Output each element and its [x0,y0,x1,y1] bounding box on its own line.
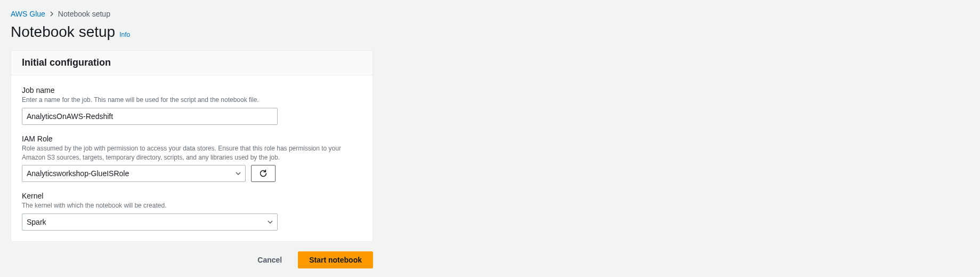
caret-down-icon [268,220,273,224]
kernel-value: Spark [27,218,46,226]
job-name-label: Job name [22,86,362,94]
iam-role-value: Analyticsworkshop-GlueISRole [27,169,129,178]
iam-role-label: IAM Role [22,134,362,143]
kernel-group: Kernel The kernel with which the noteboo… [22,192,362,231]
iam-role-select[interactable]: Analyticsworkshop-GlueISRole [22,165,246,182]
kernel-label: Kernel [22,192,362,200]
iam-role-hint: Role assumed by the job with permission … [22,144,362,162]
refresh-icon [259,169,268,178]
kernel-hint: The kernel with which the notebook will … [22,201,362,210]
breadcrumb-root-link[interactable]: AWS Glue [11,10,45,18]
job-name-input[interactable] [22,108,278,125]
kernel-select[interactable]: Spark [22,213,278,231]
job-name-hint: Enter a name for the job. This name will… [22,96,362,105]
cancel-button[interactable]: Cancel [247,251,293,268]
page-title: Notebook setup [11,23,115,41]
iam-role-group: IAM Role Role assumed by the job with pe… [22,134,362,183]
actions-row: Cancel Start notebook [11,251,373,268]
refresh-button[interactable] [251,165,276,182]
caret-down-icon [236,172,241,175]
breadcrumb-current: Notebook setup [58,10,110,18]
chevron-right-icon [50,10,54,18]
job-name-group: Job name Enter a name for the job. This … [22,86,362,125]
initial-configuration-panel: Initial configuration Job name Enter a n… [11,50,373,242]
info-link[interactable]: Info [119,31,130,38]
start-notebook-button[interactable]: Start notebook [298,251,373,268]
panel-title: Initial configuration [11,51,372,75]
breadcrumb: AWS Glue Notebook setup [11,10,969,18]
